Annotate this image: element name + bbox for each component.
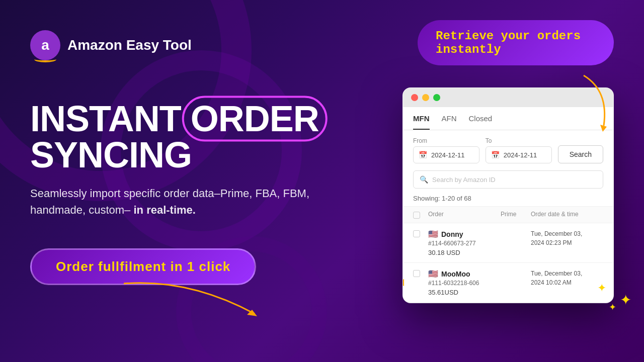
from-date-input[interactable]: 📅 2024-12-11 <box>413 146 479 163</box>
row1-date: Tue, December 03,2024 02:23 PM <box>531 229 603 247</box>
logo-letter: a <box>41 37 49 53</box>
row2-arrow-svg <box>403 278 407 288</box>
to-date-value: 2024-12-11 <box>504 151 537 159</box>
headline-line1: INSTANT ORDER <box>30 101 352 137</box>
subtitle: Seamlessly import specific order data–Pr… <box>30 185 352 218</box>
row1-buyer: 🇺🇸 Donny <box>428 229 501 239</box>
date-column-header: Order date & time <box>531 211 603 219</box>
row1-checkbox-cell <box>413 229 428 237</box>
app-window: MFN AFN Closed From 📅 2024-12-11 To 📅 <box>403 87 614 303</box>
row2-order-id: #111-6032218-606 <box>428 280 501 287</box>
prime-column-header: Prime <box>501 211 531 219</box>
row2-buyer: 🇺🇸 MooMoo <box>428 269 501 279</box>
checkbox-header <box>413 211 428 219</box>
callout-text: Retrieve your orders instantly <box>436 29 581 56</box>
search-icon: 🔍 <box>420 175 428 184</box>
table-row[interactable]: 🇺🇸 Donny #114-660673-277 30.18 USD Tue, … <box>403 223 613 263</box>
row2-order-info: 🇺🇸 MooMoo #111-6032218-606 35.61USD <box>428 269 501 296</box>
row2-flag: 🇺🇸 <box>428 269 438 279</box>
row1-amount: 30.18 USD <box>428 249 501 256</box>
row2-amount: 35.61USD <box>428 289 501 296</box>
tab-closed[interactable]: Closed <box>469 114 493 130</box>
sparkle-3: ✦ <box>597 282 606 295</box>
callout-bubble: Retrieve your orders instantly <box>418 20 614 65</box>
logo-area: a Amazon Easy Tool <box>30 30 352 60</box>
svg-marker-2 <box>403 279 404 286</box>
search-button[interactable]: Search <box>558 145 603 163</box>
to-label: To <box>486 137 552 144</box>
order-column-header: Order <box>428 211 501 219</box>
app-name: Amazon Easy Tool <box>67 37 192 53</box>
row1-checkbox[interactable] <box>413 230 420 237</box>
to-date-field: To 📅 2024-12-11 <box>486 137 552 163</box>
right-section: Retrieve your orders instantly MFN AFN C… <box>403 20 614 303</box>
cta-label: Order fullfilment in 1 click <box>56 259 230 274</box>
table-row[interactable]: 🇺🇸 MooMoo #111-6032218-606 35.61USD Tue,… <box>403 263 613 303</box>
row2-checkbox-cell <box>413 269 428 277</box>
row1-buyer-name: Donny <box>441 230 463 238</box>
logo-icon: a <box>30 30 60 60</box>
subtitle-bold: in real-time. <box>133 204 195 216</box>
tab-mfn[interactable]: MFN <box>413 114 430 130</box>
row1-flag: 🇺🇸 <box>428 229 438 239</box>
row1-order-id: #114-660673-277 <box>428 240 501 247</box>
traffic-light-yellow[interactable] <box>422 94 429 101</box>
calendar-icon-to: 📅 <box>491 151 500 159</box>
date-row: From 📅 2024-12-11 To 📅 2024-12-11 Search <box>403 130 613 170</box>
window-content: MFN AFN Closed From 📅 2024-12-11 To 📅 <box>403 107 613 303</box>
from-label: From <box>413 137 479 144</box>
tabs-bar: MFN AFN Closed <box>403 107 613 130</box>
order-word: ORDER <box>191 101 319 137</box>
search-bar[interactable]: 🔍 Search by Amazon ID ← <box>413 170 603 189</box>
sparkle-decorations: ✦ ✦ ✦ <box>591 292 631 332</box>
row2-buyer-name: MooMoo <box>441 270 470 278</box>
headline-container: INSTANT ORDER SYNCING <box>30 101 352 173</box>
headline-line2: SYNCING <box>30 137 352 173</box>
from-date-value: 2024-12-11 <box>431 151 465 159</box>
search-arrow-indicator: ← <box>612 172 614 188</box>
traffic-light-green[interactable] <box>433 94 440 101</box>
row2-checkbox[interactable] <box>413 270 420 277</box>
tab-afn[interactable]: AFN <box>442 114 457 130</box>
title-bar <box>403 88 613 107</box>
left-section: a Amazon Easy Tool INSTANT ORDER SYNCING… <box>30 30 352 285</box>
instant-word: INSTANT <box>30 99 191 139</box>
from-date-field: From 📅 2024-12-11 <box>413 137 479 163</box>
table-header: Order Prime Order date & time <box>403 206 613 223</box>
select-all-checkbox[interactable] <box>413 212 420 219</box>
to-date-input[interactable]: 📅 2024-12-11 <box>486 146 552 163</box>
traffic-light-red[interactable] <box>411 94 418 101</box>
showing-count: Showing: 1-20 of 68 <box>403 195 613 206</box>
row2-date: Tue, December 03,2024 10:02 AM <box>531 269 603 287</box>
sparkle-2: ✦ <box>609 302 616 313</box>
search-placeholder-text: Search by Amazon ID <box>432 176 496 184</box>
cta-button[interactable]: Order fullfilment in 1 click <box>30 248 256 285</box>
calendar-icon-from: 📅 <box>419 151 427 159</box>
row1-order-info: 🇺🇸 Donny #114-660673-277 30.18 USD <box>428 229 501 256</box>
sparkle-1: ✦ <box>620 292 631 308</box>
